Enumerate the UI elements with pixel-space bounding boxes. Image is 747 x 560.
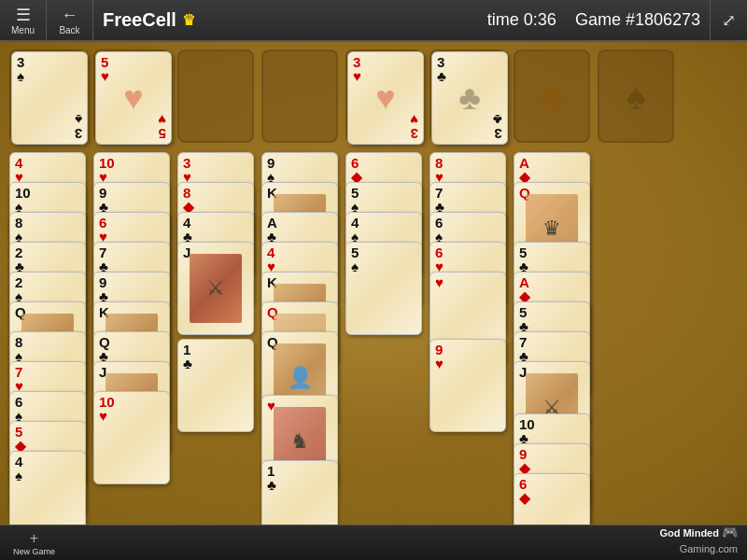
column-2: 10♥ 9♣ 6♥ 7♣ 9♣ K 👑 Q♣ J ⚔ xyxy=(93,152,170,560)
foundation-1[interactable]: 3♥ ♥ 3♥ xyxy=(345,49,422,143)
bottombar: + New Game God Minded 🎮 Gaming.com xyxy=(0,525,747,560)
card-rank: 3♥ xyxy=(353,55,361,83)
card-5h[interactable]: 5♥ ♥ 5♥ xyxy=(95,51,172,145)
column-6: 8♥ 7♣ 6♠ 6♥ ♥ 9♥ xyxy=(430,152,506,560)
foundation-3[interactable] xyxy=(514,49,590,143)
back-label: Back xyxy=(59,25,79,35)
freecell-2[interactable]: 5♥ ♥ 5♥ xyxy=(93,49,170,143)
card-rank-br: 3♥ xyxy=(410,113,418,141)
freecell-3[interactable] xyxy=(177,49,254,143)
column-5: 6◆ 5♠ 4♠ 5♠ xyxy=(345,152,422,560)
controller-icon: 🎮 xyxy=(722,525,738,539)
card-rank-br: 3♣ xyxy=(493,113,502,141)
freecell-4[interactable] xyxy=(261,49,338,143)
column-1: 4♥ 10♠ 8♠ 2♣ 2♠ Q 👤 8♠ 7♥ xyxy=(9,152,86,560)
card-rank: 3♣ xyxy=(437,55,446,83)
crown-icon: ♛ xyxy=(182,11,195,29)
topbar: ☰ Menu ← Back FreeCell ♛ time 0:36 Game … xyxy=(0,0,747,42)
foundation-4[interactable] xyxy=(598,49,674,143)
title-text: FreeCell xyxy=(103,9,176,31)
card[interactable]: 5♠ xyxy=(345,242,422,335)
card[interactable]: 9♥ xyxy=(430,339,506,432)
column-7: A◆ Q ♛ 5♣ A◆ 5♣ 7♣ J ⚔ 10♣ xyxy=(514,152,590,560)
back-icon: ← xyxy=(62,6,78,25)
card-table: 3♠ 3♠ 5♥ ♥ 5♥ 3♥ ♥ 3♥ 3♣ xyxy=(0,42,747,560)
branding: God Minded 🎮 Gaming.com xyxy=(659,524,738,556)
game-title: FreeCell ♛ xyxy=(93,9,469,31)
menu-label: Menu xyxy=(11,25,35,35)
suit-center: ♥ xyxy=(123,78,143,118)
plus-icon: + xyxy=(30,530,38,547)
brand-name: God Minded xyxy=(659,527,719,539)
card[interactable]: 1♣ xyxy=(177,339,254,432)
expand-button[interactable]: ⤢ xyxy=(710,0,747,41)
column-3: 3♥ 8◆ 4♣ J ⚔ 1♣ xyxy=(177,152,254,560)
timer-display: time 0:36 xyxy=(487,10,557,30)
column-4: 9♠ K 👑 A♣ 4♥ K ⚔ Q ♛ Q 👤 xyxy=(261,152,338,560)
card-3c[interactable]: 3♣ ♣ 3♣ xyxy=(431,51,508,145)
menu-button[interactable]: ☰ Menu xyxy=(0,0,47,41)
card-3s[interactable]: 3♠ 3♠ xyxy=(11,51,88,145)
foundation-2[interactable]: 3♣ ♣ 3♣ xyxy=(430,49,506,143)
card-rank: 3♠ xyxy=(17,55,24,83)
back-button[interactable]: ← Back xyxy=(47,0,93,41)
new-game-label: New Game xyxy=(13,547,55,556)
card-3h[interactable]: 3♥ ♥ 3♥ xyxy=(347,51,424,145)
brand-site: Gaming.com xyxy=(680,543,738,554)
top-row: 3♠ 3♠ 5♥ ♥ 5♥ 3♥ ♥ 3♥ 3♣ xyxy=(9,49,738,143)
new-game-button[interactable]: + New Game xyxy=(0,525,68,561)
suit-center: ♥ xyxy=(375,78,395,118)
time-value: 0:36 xyxy=(524,10,557,29)
suit-center: ♣ xyxy=(458,78,481,118)
freecell-1[interactable]: 3♠ 3♠ xyxy=(9,49,86,143)
card[interactable]: 10♥ xyxy=(93,391,170,484)
card-rank-br: 5♥ xyxy=(158,113,166,141)
card-rank-br: 3♠ xyxy=(75,113,82,141)
time-label: time xyxy=(487,10,519,29)
card-rank: 5♥ xyxy=(101,55,109,83)
card[interactable]: J ⚔ xyxy=(177,242,254,335)
columns: 4♥ 10♠ 8♠ 2♣ 2♠ Q 👤 8♠ 7♥ xyxy=(9,152,738,560)
menu-icon: ☰ xyxy=(16,5,31,25)
face-art: ⚔ xyxy=(190,254,242,323)
game-number: Game #1806273 xyxy=(575,10,700,30)
